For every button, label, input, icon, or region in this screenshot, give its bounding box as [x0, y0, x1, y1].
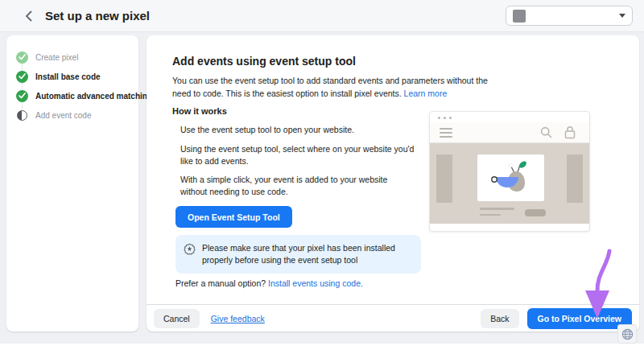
sidebar-step-advanced-matching[interactable]: Automatic advanced matching: [16, 89, 152, 102]
check-circle-icon: [16, 71, 28, 83]
window-dots-icon: [438, 117, 452, 119]
how-step-2: Using the event setup tool, select where…: [180, 143, 428, 167]
page-title: Set up a new pixel: [45, 9, 150, 23]
how-step-1: Use the event setup tool to open your we…: [180, 124, 430, 136]
browser-page-body: [430, 143, 589, 224]
how-it-works-title: How it works: [172, 106, 227, 116]
notice-text: Please make sure that your pixel has bee…: [202, 242, 413, 266]
how-step-3: With a simple click, your event is added…: [180, 174, 410, 198]
intro-paragraph: You can use the event setup tool to add …: [172, 74, 501, 101]
setup-pixel-page: Set up a new pixel Create pixel Install: [0, 0, 644, 346]
step-label: Add event code: [35, 111, 92, 120]
search-icon: [540, 126, 552, 138]
pixel-avatar: [513, 10, 526, 23]
give-feedback-link[interactable]: Give feedback: [211, 314, 265, 323]
install-events-using-code-link[interactable]: Install events using code.: [268, 278, 363, 288]
pixel-selector-dropdown[interactable]: [506, 6, 633, 26]
half-filled-circle-icon: [17, 110, 27, 121]
security-badge-icon: [184, 242, 196, 266]
check-circle-icon: [16, 51, 28, 64]
cancel-button[interactable]: Cancel: [154, 309, 200, 328]
workspace-background: Create pixel Install base code Automatic…: [0, 32, 644, 344]
back-chevron-icon[interactable]: [18, 6, 39, 27]
sidebar-step-install-base-code[interactable]: Install base code: [16, 70, 101, 83]
learn-more-link[interactable]: Learn more: [404, 89, 448, 98]
footer-bar: Cancel Give feedback Back Go to Pixel Ov…: [147, 304, 639, 332]
right-column-placeholder: [567, 154, 583, 203]
section-heading: Add events using event setup tool: [172, 55, 356, 68]
manual-option-line: Prefer a manual option? Install events u…: [175, 278, 363, 288]
caret-down-icon: [619, 14, 625, 18]
sidebar-step-create-pixel[interactable]: Create pixel: [16, 51, 78, 64]
plant-and-bowl-illustration: [485, 160, 538, 196]
open-event-setup-tool-button[interactable]: Open Event Setup Tool: [175, 206, 292, 228]
go-to-pixel-overview-button[interactable]: Go to Pixel Overview: [527, 308, 632, 329]
check-circle-icon: [16, 90, 28, 102]
step-label: Create pixel: [35, 53, 78, 62]
browser-chrome: [430, 122, 589, 143]
manual-prompt: Prefer a manual option?: [175, 278, 268, 288]
step-label: Install base code: [35, 72, 101, 81]
browser-illustration: [429, 111, 590, 232]
step-label: Automatic advanced matching: [35, 92, 152, 101]
hero-card: [477, 154, 544, 201]
text-line-placeholders: [480, 208, 514, 220]
button-placeholder: [525, 209, 546, 216]
back-button[interactable]: Back: [481, 309, 518, 328]
main-panel: Add events using event setup tool You ca…: [147, 35, 639, 332]
pixel-installed-notice: Please make sure that your pixel has bee…: [175, 235, 421, 274]
left-column-placeholder: [436, 154, 452, 203]
menu-icon: [440, 128, 452, 140]
sidebar-step-add-event-code[interactable]: Add event code: [16, 109, 92, 122]
globe-icon[interactable]: [617, 324, 637, 344]
top-bar: Set up a new pixel: [0, 0, 644, 32]
stepper-sidebar: Create pixel Install base code Automatic…: [6, 35, 138, 332]
lock-icon: [564, 126, 576, 139]
